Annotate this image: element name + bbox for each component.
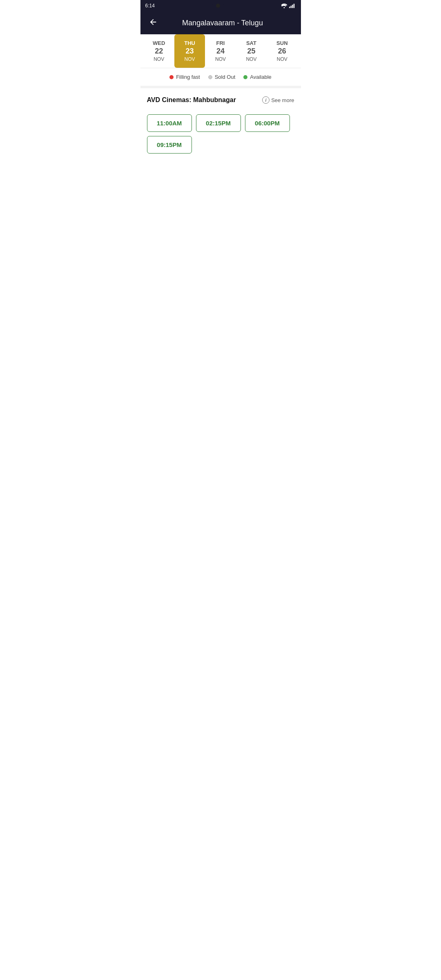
sold-out-dot xyxy=(208,75,212,79)
showtime-0915pm[interactable]: 09:15PM xyxy=(147,136,192,154)
status-icons xyxy=(281,3,296,8)
date-selector: WED 22 NOV THU 23 NOV FRI 24 NOV SAT 25 … xyxy=(140,34,301,68)
svg-rect-1 xyxy=(291,6,292,8)
date-item-sun[interactable]: SUN 26 NOV xyxy=(267,34,297,68)
svg-rect-0 xyxy=(289,7,290,8)
cinema-header: AVD Cinemas: Mahbubnagar i See more xyxy=(147,95,294,105)
date-item-thu[interactable]: THU 23 NOV xyxy=(174,34,205,68)
back-button[interactable] xyxy=(147,16,159,30)
svg-rect-3 xyxy=(294,4,294,8)
show-times-grid: 11:00AM 02:15PM 06:00PM 09:15PM xyxy=(140,114,301,160)
info-icon: i xyxy=(262,96,270,104)
cinema-section: AVD Cinemas: Mahbubnagar i See more xyxy=(140,88,301,114)
filling-fast-dot xyxy=(169,75,174,79)
signal-icon xyxy=(289,3,296,8)
legend-sold-out: Sold Out xyxy=(208,74,236,80)
cinema-name: AVD Cinemas: Mahbubnagar xyxy=(147,96,236,104)
date-item-wed[interactable]: WED 22 NOV xyxy=(144,34,174,68)
legend-available: Available xyxy=(243,74,272,80)
header: Mangalavaaram - Telugu xyxy=(140,11,301,34)
legend: Filling fast Sold Out Available xyxy=(140,68,301,86)
showtime-0600pm[interactable]: 06:00PM xyxy=(245,114,290,132)
wifi-icon xyxy=(281,3,287,8)
svg-rect-2 xyxy=(292,5,293,8)
status-bar: 6:14 xyxy=(140,0,301,11)
status-time: 6:14 xyxy=(145,3,155,9)
page-title: Mangalavaaram - Telugu xyxy=(164,19,281,27)
camera-notch xyxy=(212,3,224,9)
showtime-1100am[interactable]: 11:00AM xyxy=(147,114,192,132)
date-item-fri[interactable]: FRI 24 NOV xyxy=(205,34,236,68)
showtime-0215pm[interactable]: 02:15PM xyxy=(196,114,241,132)
legend-filling-fast: Filling fast xyxy=(169,74,200,80)
see-more-button[interactable]: i See more xyxy=(262,95,294,105)
date-item-sat[interactable]: SAT 25 NOV xyxy=(236,34,267,68)
available-dot xyxy=(243,75,247,79)
